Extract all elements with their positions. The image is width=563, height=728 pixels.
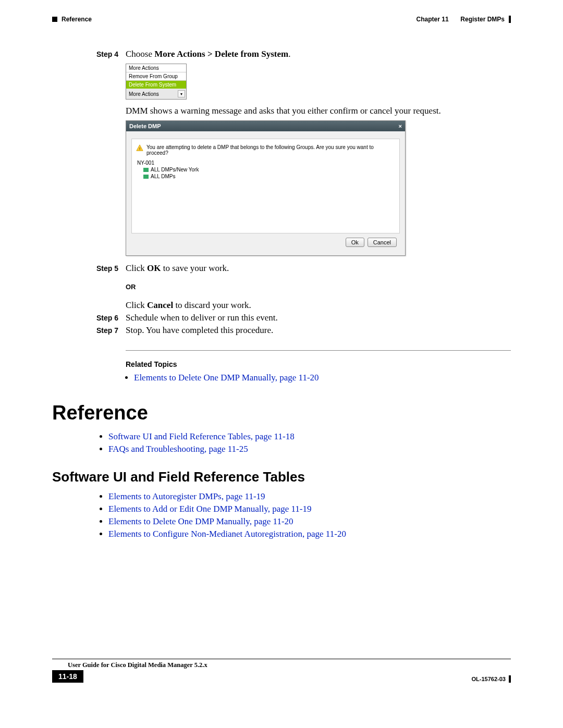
- list-item: Elements to Add or Edit One DMP Manually…: [108, 504, 511, 514]
- reference-heading: Reference: [52, 402, 511, 424]
- related-topics-list: Elements to Delete One DMP Manually, pag…: [134, 373, 511, 383]
- dropdown-button-row: More Actions ▾: [126, 89, 186, 99]
- step-label: Step 7: [96, 325, 126, 335]
- software-link[interactable]: Elements to Autoregister DMPs, page 11-1…: [108, 491, 265, 501]
- footer-bar-icon: [509, 675, 511, 683]
- step-suffix: to save your work.: [161, 263, 229, 273]
- dialog-warning-text: You are attempting to delete a DMP that …: [146, 144, 395, 156]
- step-bold: More Actions > Delete from System: [154, 49, 288, 59]
- step-suffix: .: [288, 49, 290, 59]
- folder-icon: [143, 168, 149, 172]
- step-5b: Click Cancel to discard your work.: [96, 300, 511, 311]
- step-bold: Cancel: [147, 300, 173, 310]
- step-6: Step 6 Schedule when to deliver or run t…: [96, 313, 511, 323]
- list-item: Elements to Configure Non-Medianet Autor…: [108, 529, 511, 539]
- software-links: Elements to Autoregister DMPs, page 11-1…: [108, 491, 511, 539]
- reference-link[interactable]: FAQs and Troubleshooting, page 11-25: [108, 444, 248, 454]
- tree-root: NY-001: [136, 160, 395, 166]
- warning-icon: !: [136, 144, 143, 152]
- more-actions-dropdown: More Actions Remove From Group Delete Fr…: [126, 64, 187, 100]
- software-ui-heading: Software UI and Field Reference Tables: [52, 469, 511, 485]
- step-suffix: to discard your work.: [173, 300, 251, 310]
- related-topics-heading: Related Topics: [126, 360, 511, 368]
- step-text: Stop. You have completed this procedure.: [126, 325, 511, 336]
- or-label: OR: [126, 283, 511, 291]
- related-link[interactable]: Elements to Delete One DMP Manually, pag…: [134, 373, 319, 382]
- step-text: Click: [126, 300, 147, 310]
- tree-item: ALL DMPs: [136, 174, 395, 179]
- header-chapter: Chapter 11: [417, 16, 449, 23]
- step-text: Schedule when to deliver or run this eve…: [126, 313, 511, 323]
- ok-button[interactable]: Ok: [346, 238, 364, 247]
- dmm-warning-text: DMM shows a warning message and asks tha…: [126, 106, 511, 116]
- tree-item: ALL DMPs/New York: [136, 167, 395, 172]
- step-text: Choose: [126, 49, 154, 59]
- reference-link[interactable]: Software UI and Field Reference Tables, …: [108, 431, 295, 441]
- delete-dmp-dialog: Delete DMP × ! You are attempting to del…: [126, 120, 406, 256]
- header-marker-icon: [52, 17, 57, 22]
- list-item: FAQs and Troubleshooting, page 11-25: [108, 444, 511, 454]
- step-label: Step 4: [96, 49, 126, 58]
- footer-guide-title: User Guide for Cisco Digital Media Manag…: [52, 659, 511, 670]
- header-bar-icon: [509, 16, 511, 23]
- list-item: Elements to Autoregister DMPs, page 11-1…: [108, 491, 511, 502]
- list-item: Elements to Delete One DMP Manually, pag…: [134, 373, 511, 383]
- folder-icon: [143, 175, 149, 179]
- list-item: Software UI and Field Reference Tables, …: [108, 431, 511, 442]
- step-label: Step 6: [96, 313, 126, 322]
- step-bold: OK: [147, 263, 161, 273]
- dropdown-button-label: More Actions: [129, 91, 159, 97]
- step-5: Step 5 Click OK to save your work.: [96, 263, 511, 274]
- step-7: Step 7 Stop. You have completed this pro…: [96, 325, 511, 336]
- page-footer: User Guide for Cisco Digital Media Manag…: [52, 659, 511, 683]
- header-chapter-title: Register DMPs: [460, 16, 505, 23]
- cancel-button[interactable]: Cancel: [368, 238, 397, 247]
- dropdown-option: Remove From Group: [126, 72, 186, 81]
- chevron-down-icon: ▾: [178, 90, 185, 97]
- software-link[interactable]: Elements to Delete One DMP Manually, pag…: [108, 516, 293, 526]
- running-header: Reference Chapter 11 Register DMPs: [52, 16, 511, 23]
- page-number: 11-18: [52, 670, 83, 683]
- software-link[interactable]: Elements to Add or Edit One DMP Manually…: [108, 504, 312, 514]
- close-icon[interactable]: ×: [399, 123, 402, 129]
- step-4: Step 4 Choose More Actions > Delete from…: [96, 49, 511, 59]
- list-item: Elements to Delete One DMP Manually, pag…: [108, 516, 511, 527]
- step-label: Step 5: [96, 263, 126, 273]
- dropdown-option: More Actions: [126, 64, 186, 72]
- step-text: Click: [126, 263, 147, 273]
- svg-text:!: !: [139, 146, 140, 151]
- separator: [126, 350, 511, 351]
- dropdown-option-selected: Delete From System: [126, 81, 186, 89]
- dialog-title: Delete DMP: [129, 123, 161, 129]
- header-section: Reference: [62, 16, 92, 23]
- doc-id: OL-15762-03: [472, 676, 506, 682]
- software-link[interactable]: Elements to Configure Non-Medianet Autor…: [108, 529, 346, 539]
- reference-links: Software UI and Field Reference Tables, …: [108, 431, 511, 454]
